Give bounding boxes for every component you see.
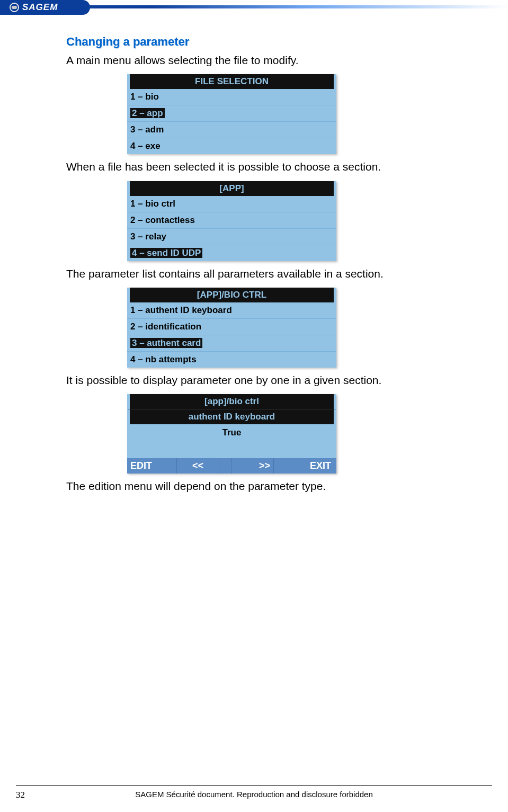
edit-button[interactable]: EDIT xyxy=(127,458,177,474)
menu-title: [APP]/BIO CTRL xyxy=(127,288,336,302)
menu-items: 1 – authent ID keyboard2 – identificatio… xyxy=(127,302,336,368)
paragraph-1: A main menu allows selecting the file to… xyxy=(66,53,476,68)
menu-item[interactable]: 3 – authent card xyxy=(127,335,336,351)
section-title: Changing a parameter xyxy=(66,35,476,49)
menu-app: [APP] 1 – bio ctrl2 – contactless3 – rel… xyxy=(127,181,336,261)
menu-item[interactable]: 3 – adm xyxy=(127,121,336,138)
menu-item[interactable]: 1 – bio xyxy=(127,89,336,105)
header-bar: SAGEM xyxy=(0,0,508,15)
menu-item[interactable]: 2 – app xyxy=(127,105,336,121)
menu-file-selection: FILE SELECTION 1 – bio2 – app3 – adm4 – … xyxy=(127,74,336,154)
param-path: [app]/bio ctrl xyxy=(127,394,336,409)
exit-button[interactable]: EXIT xyxy=(274,458,336,474)
menu-item[interactable]: 2 – identification xyxy=(127,318,336,335)
menu-items: 1 – bio ctrl2 – contactless3 – relay4 – … xyxy=(127,196,336,261)
prev-button[interactable]: << xyxy=(177,458,219,474)
menu-item[interactable]: 1 – authent ID keyboard xyxy=(127,302,336,318)
menu-item[interactable]: 4 – send ID UDP xyxy=(127,245,336,261)
next-button[interactable]: >> xyxy=(232,458,274,474)
menu-items: 1 – bio2 – app3 – adm4 – exe xyxy=(127,89,336,154)
menu-title: FILE SELECTION xyxy=(127,74,336,89)
menu-title: [APP] xyxy=(127,181,336,196)
brand-text: SAGEM xyxy=(22,2,58,13)
param-name: authent ID keyboard xyxy=(127,409,336,424)
menu-item[interactable]: 1 – bio ctrl xyxy=(127,196,336,212)
footer-text: SAGEM Sécurité document. Reproduction an… xyxy=(16,790,492,799)
page-footer: 32 SAGEM Sécurité document. Reproduction… xyxy=(16,790,492,800)
footer-rule xyxy=(16,785,492,786)
param-detail-screen: [app]/bio ctrl authent ID keyboard True … xyxy=(127,394,336,474)
paragraph-5: The edition menu will depend on the para… xyxy=(66,479,476,494)
param-button-row: EDIT << >> EXIT xyxy=(127,458,336,474)
paragraph-3: The parameter list contains all paramete… xyxy=(66,266,476,281)
menu-item[interactable]: 3 – relay xyxy=(127,228,336,245)
menu-item[interactable]: 4 – nb attempts xyxy=(127,351,336,368)
paragraph-2: When a file has been selected it is poss… xyxy=(66,159,476,174)
brand-logo-icon xyxy=(10,3,19,12)
paragraph-4: It is possible to display parameter one … xyxy=(66,373,476,388)
menu-item[interactable]: 2 – contactless xyxy=(127,212,336,228)
menu-app-bio-ctrl: [APP]/BIO CTRL 1 – authent ID keyboard2 … xyxy=(127,288,336,368)
brand-pill: SAGEM xyxy=(0,0,90,15)
button-spacer xyxy=(219,458,233,474)
menu-item[interactable]: 4 – exe xyxy=(127,138,336,154)
param-value: True xyxy=(127,424,336,458)
